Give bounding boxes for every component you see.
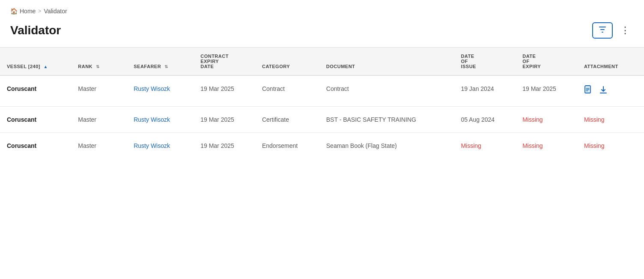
attachment-missing-label: Missing	[584, 116, 604, 123]
col-document: DOCUMENT	[319, 48, 454, 75]
cell-date-of-issue: 19 Jan 2024	[454, 75, 516, 107]
col-category: CATEGORY	[255, 48, 319, 75]
cell-seafarer[interactable]: Rusty Wisozk	[127, 75, 194, 107]
missing-label: Missing	[522, 116, 543, 123]
col-rank[interactable]: RANK ⇅	[71, 48, 127, 75]
cell-seafarer[interactable]: Rusty Wisozk	[127, 107, 194, 133]
cell-rank: Master	[71, 75, 127, 107]
cell-document: BST - BASIC SAFETY TRAINING	[319, 107, 454, 133]
breadcrumb-separator: >	[38, 8, 41, 14]
filter-icon	[599, 27, 606, 34]
col-date-of-issue: DATEOFISSUE	[454, 48, 516, 75]
table-row: CoruscantMasterRusty Wisozk19 Mar 2025Ce…	[0, 107, 644, 133]
cell-vessel: Coruscant	[0, 107, 71, 133]
more-options-button[interactable]: ⋮	[617, 24, 634, 37]
seafarer-link[interactable]: Rusty Wisozk	[134, 142, 170, 149]
seafarer-link[interactable]: Rusty Wisozk	[134, 85, 170, 92]
cell-date-of-expiry: 19 Mar 2025	[516, 75, 577, 107]
cell-rank: Master	[71, 107, 127, 133]
cell-category: Endorsement	[255, 133, 319, 159]
sort-both-icon-seafarer: ⇅	[164, 64, 168, 69]
validator-table: VESSEL [240] ▲ RANK ⇅ SEAFARER ⇅ CONTRAC…	[0, 48, 644, 159]
cell-vessel: Coruscant	[0, 75, 71, 107]
cell-rank: Master	[71, 133, 127, 159]
missing-label: Missing	[461, 142, 481, 149]
table-row: CoruscantMasterRusty Wisozk19 Mar 2025En…	[0, 133, 644, 159]
cell-contract-expiry: 19 Mar 2025	[194, 133, 255, 159]
cell-date-of-expiry: Missing	[516, 133, 577, 159]
cell-attachment: Missing	[577, 133, 644, 159]
breadcrumb: 🏠 Home > Validator	[0, 0, 644, 19]
cell-date-of-issue: 05 Aug 2024	[454, 107, 516, 133]
cell-category: Contract	[255, 75, 319, 107]
col-seafarer[interactable]: SEAFARER ⇅	[127, 48, 194, 75]
seafarer-link[interactable]: Rusty Wisozk	[134, 116, 170, 123]
home-icon: 🏠	[10, 8, 18, 15]
cell-attachment	[577, 75, 644, 107]
attachment-icons	[584, 85, 637, 97]
cell-document: Contract	[319, 75, 454, 107]
document-icon[interactable]	[584, 85, 593, 97]
cell-date-of-expiry: Missing	[516, 107, 577, 133]
sort-both-icon-rank: ⇅	[96, 64, 100, 69]
page-header: Validator ⋮	[0, 19, 644, 47]
col-contract-expiry: CONTRACTEXPIRYDATE	[194, 48, 255, 75]
missing-label: Missing	[522, 142, 543, 149]
breadcrumb-home-label: Home	[20, 8, 36, 15]
page-title: Validator	[10, 24, 61, 37]
vessel-name: Coruscant	[7, 142, 36, 149]
cell-category: Certificate	[255, 107, 319, 133]
cell-date-of-issue: Missing	[454, 133, 516, 159]
attachment-missing-label: Missing	[584, 142, 604, 149]
breadcrumb-current: Validator	[44, 8, 67, 15]
cell-document: Seaman Book (Flag State)	[319, 133, 454, 159]
filter-button[interactable]	[592, 22, 613, 39]
col-vessel[interactable]: VESSEL [240] ▲	[0, 48, 71, 75]
col-date-of-expiry: DATEOFEXPIRY	[516, 48, 577, 75]
cell-seafarer[interactable]: Rusty Wisozk	[127, 133, 194, 159]
vessel-name: Coruscant	[7, 116, 36, 123]
table-container: VESSEL [240] ▲ RANK ⇅ SEAFARER ⇅ CONTRAC…	[0, 48, 644, 159]
cell-attachment: Missing	[577, 107, 644, 133]
cell-contract-expiry: 19 Mar 2025	[194, 75, 255, 107]
table-header-row: VESSEL [240] ▲ RANK ⇅ SEAFARER ⇅ CONTRAC…	[0, 48, 644, 75]
breadcrumb-home[interactable]: 🏠 Home	[10, 8, 36, 15]
col-attachment: ATTACHMENT	[577, 48, 644, 75]
download-icon[interactable]	[599, 86, 607, 96]
vessel-name: Coruscant	[7, 85, 36, 92]
cell-contract-expiry: 19 Mar 2025	[194, 107, 255, 133]
header-actions: ⋮	[592, 22, 634, 39]
sort-up-icon: ▲	[44, 64, 48, 69]
table-row: CoruscantMasterRusty Wisozk19 Mar 2025Co…	[0, 75, 644, 107]
cell-vessel: Coruscant	[0, 133, 71, 159]
